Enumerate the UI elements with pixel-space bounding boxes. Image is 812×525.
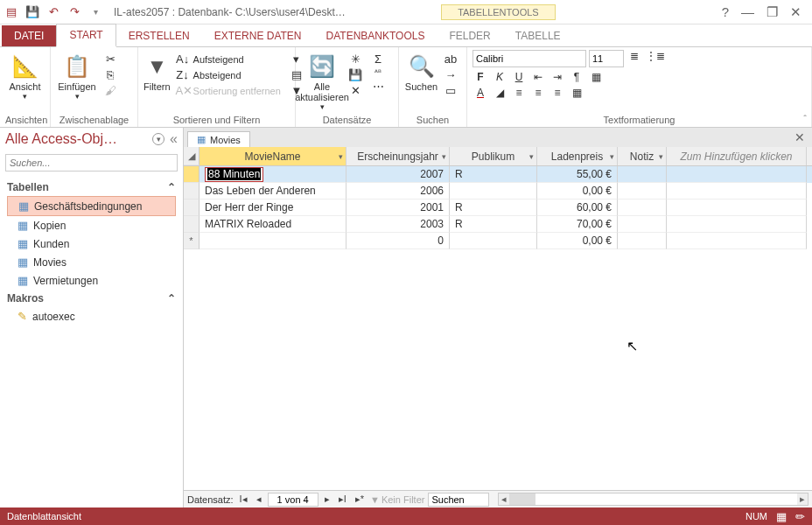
doc-close-icon[interactable]: ✕ [794,130,805,144]
underline-button[interactable]: U [511,71,527,83]
cell-pub[interactable]: R [450,216,537,233]
row-selector[interactable]: * [184,233,200,249]
save-icon[interactable]: 💾 [24,4,40,20]
format-painter-button[interactable]: 🖌 [100,83,121,98]
table-row[interactable]: Der Herr der Ringe 2001 R 60,00 € [184,200,812,216]
redo-icon[interactable]: ↷ [66,4,82,20]
font-color-button[interactable]: A [472,87,488,99]
cell-name[interactable]: Das Leben der Anderen [200,183,346,200]
cell-name[interactable]: Der Herr der Ringe [200,200,346,216]
tab-tabelle[interactable]: TABELLE [503,25,573,46]
cell-price[interactable]: 60,00 € [537,200,618,216]
dropdown-icon[interactable]: ▾ [659,152,663,161]
cell-add[interactable] [667,166,807,183]
nav-item-geschaeftsbedingungen[interactable]: ▦Geschäftsbedingungen [7,196,176,216]
nav-title[interactable]: Alle Access-Obj… [5,131,152,147]
scroll-left-icon[interactable]: ◂ [499,494,509,505]
fill-color-button[interactable]: ◢ [492,87,508,99]
doc-tab-movies[interactable]: ▦Movies [187,131,250,147]
tab-file[interactable]: DATEI [2,25,56,46]
tab-felder[interactable]: FELDER [437,25,502,46]
rtl-icon[interactable]: ¶ [569,71,584,83]
align-right-button[interactable]: ≡ [550,87,565,99]
sort-desc-button[interactable]: Z↓Absteigend [172,67,284,82]
filter-button[interactable]: ▼Filtern [144,50,171,92]
delete-record-button[interactable]: ✕ [345,83,366,98]
col-price[interactable]: Ladenpreis▾ [537,147,618,165]
cell-pub[interactable] [450,183,537,200]
font-name-input[interactable] [472,50,586,67]
cell-note[interactable] [618,233,667,249]
nav-menu-icon[interactable]: ▾ [152,133,164,145]
copy-button[interactable]: ⎘ [100,67,121,82]
cell-note[interactable] [618,216,667,233]
new-record-button[interactable]: ✳ [345,52,366,66]
restore-icon[interactable]: ❐ [766,4,778,20]
nav-item-kunden[interactable]: ▦Kunden [7,234,176,253]
col-moviename[interactable]: MovieName▾ [200,147,346,165]
record-position-input[interactable] [268,493,318,507]
nav-item-vermietungen[interactable]: ▦Vermietungen [7,271,176,290]
col-year[interactable]: Erscheinungsjahr▾ [346,147,450,165]
minimize-icon[interactable]: — [741,4,754,20]
row-selector[interactable] [184,200,200,216]
first-record-button[interactable]: I◂ [237,494,250,505]
cell-price[interactable]: 0,00 € [537,233,618,249]
more-button[interactable]: ⋯ [368,79,388,94]
font-size-input[interactable] [589,50,624,67]
tab-erstellen[interactable]: ERSTELLEN [116,25,202,46]
cell-name[interactable]: MATRIX Reloaded [200,216,346,233]
cell-year[interactable]: 2006 [346,183,450,200]
qat-more-icon[interactable]: ▾ [88,4,103,20]
cell-pub[interactable] [450,233,537,249]
tab-externe-daten[interactable]: EXTERNE DATEN [202,25,314,46]
totals-button[interactable]: Σ [368,52,388,66]
row-selector[interactable] [184,166,200,183]
nav-item-kopien[interactable]: ▦Kopien [7,216,176,234]
undo-icon[interactable]: ↶ [46,4,61,20]
scroll-thumb[interactable] [509,494,536,505]
cell-add[interactable] [667,216,807,233]
align-center-button[interactable]: ≡ [530,87,546,99]
sort-asc-button[interactable]: A↓Aufsteigend [172,52,284,66]
prev-record-button[interactable]: ◂ [254,494,264,505]
goto-button[interactable]: → [440,67,461,82]
bold-button[interactable]: F [472,71,488,83]
table-row[interactable]: Das Leben der Anderen 2006 0,00 € [184,183,812,200]
paste-button[interactable]: 📋Einfügen▾ [56,50,98,101]
new-row[interactable]: * 0 0,00 € [184,233,812,249]
cell-price[interactable]: 70,00 € [537,216,618,233]
dropdown-icon[interactable]: ▾ [339,152,343,161]
indent-inc-icon[interactable]: ⇥ [550,71,565,83]
nav-item-movies[interactable]: ▦Movies [7,253,176,271]
scroll-right-icon[interactable]: ▸ [797,494,808,505]
dropdown-icon[interactable]: ▾ [610,152,614,161]
cell-price[interactable]: 55,00 € [537,166,618,183]
remove-sort-button[interactable]: A✕Sortierung entfernen [172,83,284,98]
select-all-corner[interactable]: ◢ [184,147,200,165]
nav-group-macros[interactable]: Makros⌃ [7,290,176,307]
align-left-button[interactable]: ≡ [511,87,527,99]
collapse-ribbon-icon[interactable]: ˆ [803,114,807,124]
col-publikum[interactable]: Publikum▾ [450,147,537,165]
design-view-icon[interactable]: ✏ [795,510,805,523]
cell-add[interactable] [667,200,807,216]
cell-add[interactable] [667,183,807,200]
cell-year[interactable]: 0 [346,233,450,249]
dropdown-icon[interactable]: ▾ [529,152,534,161]
new-record-nav-button[interactable]: ▸* [353,494,367,505]
italic-button[interactable]: K [492,71,508,83]
table-row[interactable]: MATRIX Reloaded 2003 R 70,00 € [184,216,812,233]
cell-editor[interactable]: 88 Minuten [205,167,263,182]
cell-price[interactable]: 0,00 € [537,183,618,200]
record-search-input[interactable] [428,493,489,507]
alt-row-color-button[interactable]: ▦ [569,87,584,99]
tab-datenbanktools[interactable]: DATENBANKTOOLS [314,25,438,46]
view-button[interactable]: 📐Ansicht▾ [5,50,45,101]
gridlines-icon[interactable]: ▦ [588,71,604,83]
bullets-icon[interactable]: ≣ [626,50,642,67]
last-record-button[interactable]: ▸I [336,494,349,505]
close-icon[interactable]: ✕ [790,4,802,20]
spelling-button[interactable]: ᴬᴮ [368,67,388,78]
replace-button[interactable]: ab [440,52,461,66]
